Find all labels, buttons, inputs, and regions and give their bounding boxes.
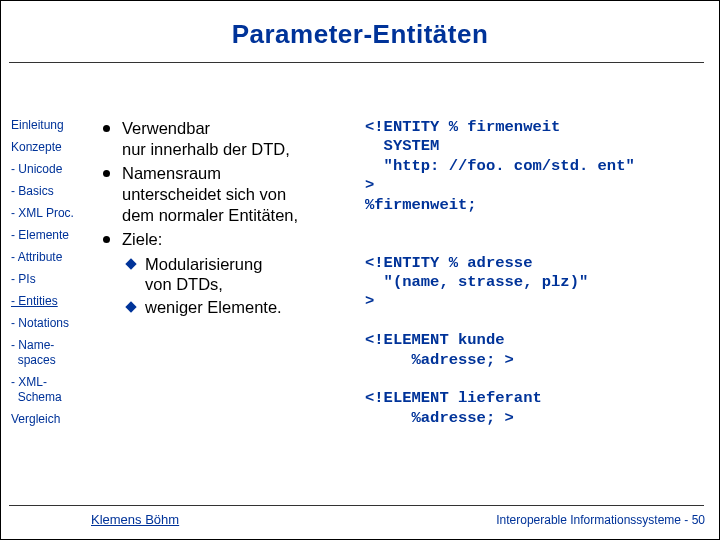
bullet-text: Verwendbar nur innerhalb der DTD, [122, 118, 290, 159]
outline-item-current: - Entities [11, 294, 99, 309]
bullet-text: Namensraum unterscheidet sich von dem no… [122, 163, 298, 225]
diamond-icon [125, 301, 136, 312]
sub-bullet-text: Modularisierung von DTDs, [145, 254, 262, 295]
bullet-item: Verwendbar nur innerhalb der DTD, [103, 118, 361, 159]
diamond-icon [125, 258, 136, 269]
outline-sidebar: Einleitung Konzepte - Unicode - Basics -… [11, 118, 103, 434]
outline-item: - Notations [11, 316, 99, 331]
outline-item: - Attribute [11, 250, 99, 265]
sub-bullet-item: weniger Elemente. [127, 297, 361, 318]
content-area: Einleitung Konzepte - Unicode - Basics -… [1, 63, 719, 434]
sub-bullet-text: weniger Elemente. [145, 297, 282, 318]
author-name: Klemens Böhm [91, 512, 179, 527]
outline-item: - XML- Schema [11, 375, 99, 405]
outline-item: - Basics [11, 184, 99, 199]
outline-item: - PIs [11, 272, 99, 287]
code-block: <!ENTITY % firmenweit SYSTEM "http: //fo… [361, 118, 719, 428]
slide-footer: Klemens Böhm Interoperable Informationss… [1, 505, 719, 527]
bullet-item: Ziele: [103, 229, 361, 250]
outline-item: - Name- spaces [11, 338, 99, 368]
bullet-icon [103, 170, 110, 177]
bullet-icon [103, 125, 110, 132]
outline-item: Konzepte [11, 140, 99, 155]
outline-item: - Elemente [11, 228, 99, 243]
bullet-item: Namensraum unterscheidet sich von dem no… [103, 163, 361, 225]
bullet-text: Ziele: [122, 229, 162, 250]
outline-item: Einleitung [11, 118, 99, 133]
bullet-icon [103, 236, 110, 243]
outline-item: Vergleich [11, 412, 99, 427]
page-indicator: Interoperable Informationssysteme - 50 [496, 513, 705, 527]
outline-item: - XML Proc. [11, 206, 99, 221]
sub-bullet-item: Modularisierung von DTDs, [127, 254, 361, 295]
slide-title: Parameter-Entitäten [1, 1, 719, 60]
bullet-list: Verwendbar nur innerhalb der DTD, Namens… [103, 118, 361, 320]
outline-item: - Unicode [11, 162, 99, 177]
